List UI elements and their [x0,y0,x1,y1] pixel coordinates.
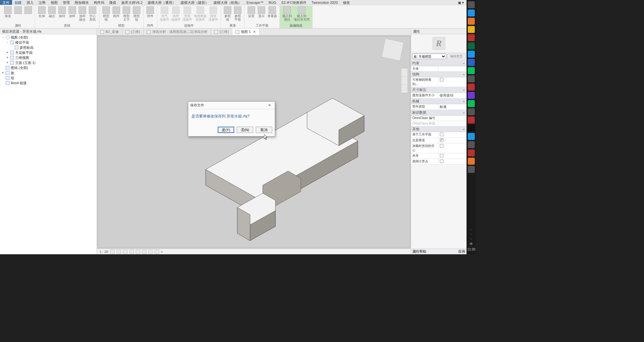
view-tab[interactable]: 视图 1✕ [232,28,260,35]
ribbon-button[interactable]: 参照 线 [223,6,232,21]
menu-item[interactable]: 注释 [36,0,48,5]
expand-icon[interactable]: + [6,55,9,60]
reveal-icon[interactable] [155,250,159,254]
expand-icon[interactable]: - [1,35,4,40]
ribbon-button[interactable]: 线管 连接件 [208,6,219,21]
ribbon-button[interactable]: 查看器 [267,6,278,18]
ribbon-button[interactable]: 电缆桥架 连接件 [193,6,207,21]
property-row[interactable]: 可将钢筋附着到... [411,77,467,87]
view-nav-left-icon[interactable]: < [161,250,163,254]
cancel-button[interactable]: 取消 [256,127,272,133]
property-section[interactable]: 其他⌄ [411,126,467,132]
menu-item[interactable]: 创建 [12,0,24,5]
tree-node[interactable]: +族 [1,70,95,75]
expand-icon[interactable]: - [6,40,9,45]
nav-full-icon[interactable] [401,68,408,77]
menu-item[interactable]: 构件坞 [91,0,107,5]
drawing-canvas[interactable] [98,36,410,248]
tree-node[interactable]: +天花板平面 [1,50,95,55]
ribbon-button[interactable] [13,6,23,14]
taskbar-app-icon[interactable] [468,59,475,66]
taskbar-app-icon[interactable] [468,125,475,132]
taskbar-app-icon[interactable] [468,149,475,156]
ribbon-button[interactable] [23,6,33,14]
view-scale[interactable]: 1 : 20 [100,250,108,254]
property-row[interactable]: 房间计算点 [411,159,467,165]
ribbon-button[interactable]: 模型 线 [101,6,111,21]
properties-help-link[interactable]: 属性帮助 [412,249,426,254]
checkbox[interactable] [440,138,443,142]
property-row[interactable]: 圆形连接件大小使用直径 [411,93,467,98]
tree-node[interactable]: +三维视图 [1,55,95,60]
menu-item[interactable]: 插入 [24,0,36,5]
tree-node[interactable]: -楼层平面 [1,40,95,45]
taskbar-app-icon[interactable] [468,141,475,148]
tree-node[interactable]: Revit 链接 [1,80,95,86]
project-browser-tree[interactable]: -视图 (全部)-楼层平面参照标高+天花板平面+三维视图+立面 (立面 1)图纸… [0,34,97,254]
taskbar-app-icon[interactable] [468,1,475,8]
ribbon-button[interactable]: 控件 [145,6,155,18]
nav-pan-icon[interactable] [401,85,408,93]
menu-file[interactable]: 文件 [0,0,12,5]
tree-node[interactable]: 参照标高 [1,45,95,50]
ribbon-button[interactable]: 电气 连接件 [159,6,170,21]
menu-item[interactable]: 族库大师V6.2 [119,0,145,5]
tree-node[interactable]: -视图 (全部) [1,35,95,40]
ribbon-button[interactable]: 拉伸 [37,6,47,18]
property-section[interactable]: 标识数据⌄ [411,110,467,116]
taskbar-app-icon[interactable] [468,51,475,58]
taskbar-app-icon[interactable] [468,26,475,33]
taskbar-app-icon[interactable] [468,75,475,82]
menu-item[interactable]: 隆庭 [107,0,119,5]
property-section[interactable]: 尺寸标注⌄ [411,87,467,93]
menu-item[interactable]: 视图 [48,0,60,5]
checkbox[interactable] [440,78,443,81]
checkbox[interactable] [440,133,443,136]
property-section[interactable]: 结构⌄ [411,72,467,77]
nav-zoom-icon[interactable] [401,77,408,85]
property-row[interactable]: 总是垂直 [411,138,467,143]
yes-button[interactable]: 是(Y) [218,127,234,133]
property-section[interactable]: 机械⌄ [411,98,467,104]
property-row[interactable]: 主体 [411,66,467,72]
sun-path-icon[interactable] [123,250,127,254]
taskbar-app-icon[interactable] [468,133,475,140]
taskbar-app-icon[interactable] [468,18,475,25]
menu-item[interactable]: Twinmotion 2020 [309,0,340,5]
navigation-bar[interactable] [401,68,408,93]
taskbar-app-icon[interactable] [468,67,475,74]
checkbox[interactable] [440,160,443,163]
close-tab-icon[interactable]: ✕ [252,30,256,34]
hide-icon[interactable] [148,250,153,254]
property-row[interactable]: 加载时剪切的空心 [411,143,467,153]
property-row[interactable]: OmniClass 编号 [411,116,467,121]
volume-icon[interactable]: · [471,237,472,241]
tree-node[interactable]: 图纸 (全部) [1,65,95,70]
menu-item[interactable]: 修改 [340,0,352,5]
taskbar-app-icon[interactable] [468,42,475,49]
ribbon-button[interactable]: 空心 形状 [88,6,97,21]
viewcube[interactable] [381,38,404,61]
crop-region-icon[interactable] [142,250,146,254]
menu-overflow-icon[interactable]: ▣ ▾ [455,0,467,5]
menu-item[interactable]: BUG [266,0,279,5]
no-button[interactable]: 否(N) [237,127,253,133]
crop-icon[interactable] [136,250,140,254]
menu-item[interactable]: 管理 [60,0,72,5]
taskbar-app-icon[interactable] [468,108,475,115]
menu-item[interactable]: 建模大师（机电） [211,0,244,5]
ribbon-button[interactable]: 修改 [3,6,13,18]
close-icon[interactable]: ✕ [266,103,273,108]
property-row[interactable]: OmniClass 标题 [411,121,467,126]
expand-icon[interactable]: + [6,50,9,55]
ribbon-button[interactable]: 载入到 项目 [282,6,293,21]
menu-item[interactable]: SZ-IFC转换插件 [279,0,309,5]
property-row[interactable]: 共享 [411,153,467,159]
tree-node[interactable]: +立面 (立面 1) [1,60,95,65]
ribbon-button[interactable]: 构件 [112,6,121,18]
view-tab[interactable]: {三维} [122,28,144,35]
ribbon-button[interactable]: 放样 [68,6,77,18]
visual-style-icon[interactable] [117,250,121,254]
ribbon-button[interactable]: 融合 [47,6,57,18]
shadows-icon[interactable] [129,250,134,254]
